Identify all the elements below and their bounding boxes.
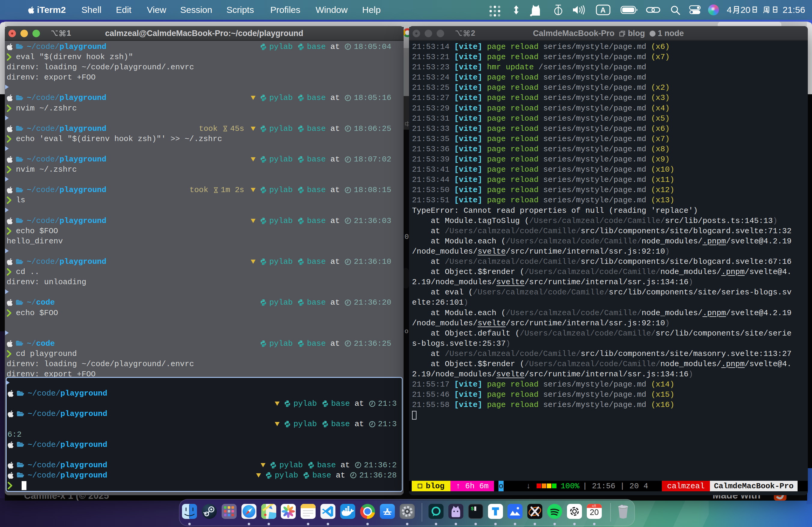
svg-text:A: A — [600, 6, 605, 14]
